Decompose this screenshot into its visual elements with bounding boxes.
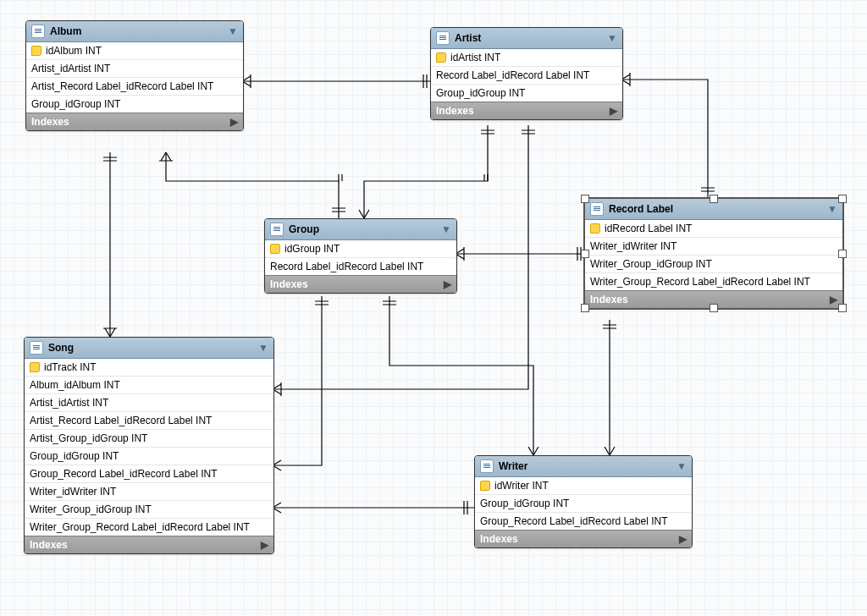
table-icon: [590, 202, 604, 216]
table-icon: [31, 25, 45, 38]
table-row[interactable]: idAlbum INT: [26, 42, 243, 60]
indexes-section[interactable]: Indexes ▶: [265, 275, 456, 293]
table-album[interactable]: Album ▼ idAlbum INTArtist_idArtist INTAr…: [25, 20, 244, 131]
table-row[interactable]: Artist_idArtist INT: [26, 60, 243, 78]
field-name: Writer_idWriter INT: [30, 486, 116, 498]
chevron-down-icon[interactable]: ▼: [441, 223, 451, 235]
table-fields: idWriter INTGroup_idGroup INTGroup_Recor…: [475, 477, 692, 530]
table-header[interactable]: Writer ▼: [475, 456, 692, 477]
table-title: Record Label: [609, 203, 673, 215]
field-name: Writer_Group_Record Label_idRecord Label…: [30, 521, 250, 533]
table-title: Artist: [455, 32, 481, 44]
table-row[interactable]: idTrack INT: [25, 359, 273, 377]
table-row[interactable]: Group_idGroup INT: [431, 85, 622, 102]
table-fields: idArtist INTRecord Label_idRecord Label …: [431, 49, 622, 102]
field-name: Writer_idWriter INT: [590, 240, 676, 252]
table-icon: [270, 223, 284, 236]
indexes-section[interactable]: Indexes ▶: [431, 102, 622, 119]
chevron-down-icon[interactable]: ▼: [827, 203, 837, 215]
field-name: idTrack INT: [44, 361, 97, 373]
table-row[interactable]: Artist_Record Label_idRecord Label INT: [25, 412, 273, 430]
table-row[interactable]: Artist_Record Label_idRecord Label INT: [26, 78, 243, 96]
field-name: Artist_Group_idGroup INT: [30, 432, 147, 444]
indexes-section[interactable]: Indexes ▶: [475, 530, 692, 547]
table-icon: [436, 31, 450, 45]
primary-key-icon: [30, 362, 40, 372]
table-row[interactable]: Record Label_idRecord Label INT: [431, 67, 622, 85]
table-title: Album: [50, 25, 81, 37]
primary-key-icon: [436, 52, 446, 63]
table-header[interactable]: Group ▼: [265, 219, 456, 240]
table-header[interactable]: Album ▼: [26, 21, 243, 42]
chevron-down-icon[interactable]: ▼: [258, 342, 268, 354]
resize-handle[interactable]: [838, 304, 847, 312]
table-row[interactable]: idRecord Label INT: [585, 220, 842, 238]
table-header[interactable]: Song ▼: [25, 338, 273, 359]
chevron-down-icon[interactable]: ▼: [607, 32, 617, 44]
chevron-down-icon[interactable]: ▼: [228, 25, 238, 37]
table-row[interactable]: idWriter INT: [475, 477, 692, 495]
resize-handle[interactable]: [838, 250, 847, 258]
table-row[interactable]: Artist_Group_idGroup INT: [25, 430, 273, 448]
table-row[interactable]: Group_idGroup INT: [25, 448, 273, 465]
table-group[interactable]: Group ▼ idGroup INTRecord Label_idRecord…: [264, 218, 457, 294]
field-name: idArtist INT: [450, 52, 500, 63]
table-title: Group: [289, 223, 319, 235]
resize-handle[interactable]: [581, 304, 589, 312]
table-icon: [480, 459, 494, 473]
indexes-section[interactable]: Indexes ▶: [26, 113, 243, 130]
resize-handle[interactable]: [581, 195, 589, 203]
chevron-down-icon[interactable]: ▼: [676, 460, 687, 472]
table-row[interactable]: Artist_idArtist INT: [25, 394, 273, 412]
resize-handle[interactable]: [838, 195, 847, 203]
table-row[interactable]: Writer_Group_idGroup INT: [585, 256, 842, 273]
primary-key-icon: [270, 244, 280, 254]
table-row[interactable]: Writer_Group_Record Label_idRecord Label…: [585, 273, 842, 290]
table-title: Writer: [499, 460, 527, 472]
table-row[interactable]: Writer_idWriter INT: [25, 483, 273, 501]
table-row[interactable]: Group_Record Label_idRecord Label INT: [25, 465, 273, 483]
table-fields: idRecord Label INTWriter_idWriter INTWri…: [585, 220, 842, 290]
field-name: Artist_Record Label_idRecord Label INT: [31, 80, 213, 92]
table-row[interactable]: Album_idAlbum INT: [25, 377, 273, 394]
table-song[interactable]: Song ▼ idTrack INTAlbum_idAlbum INTArtis…: [24, 337, 274, 554]
table-artist[interactable]: Artist ▼ idArtist INTRecord Label_idReco…: [430, 27, 623, 120]
field-name: Artist_idArtist INT: [30, 397, 108, 409]
field-name: Artist_idArtist INT: [31, 63, 110, 74]
field-name: Record Label_idRecord Label INT: [436, 69, 589, 81]
field-name: idGroup INT: [284, 243, 340, 255]
table-record-label[interactable]: Record Label ▼ idRecord Label INTWriter_…: [584, 198, 843, 309]
chevron-right-icon: ▶: [444, 278, 451, 290]
table-header[interactable]: Artist ▼: [431, 28, 622, 49]
table-row[interactable]: Writer_Group_Record Label_idRecord Label…: [25, 519, 273, 536]
table-row[interactable]: Writer_Group_idGroup INT: [25, 501, 273, 519]
table-title: Song: [48, 342, 74, 354]
table-row[interactable]: idGroup INT: [265, 240, 456, 258]
table-writer[interactable]: Writer ▼ idWriter INTGroup_idGroup INTGr…: [474, 455, 693, 548]
table-row[interactable]: idArtist INT: [431, 49, 622, 67]
chevron-right-icon: ▶: [261, 539, 268, 551]
table-fields: idTrack INTAlbum_idAlbum INTArtist_idArt…: [25, 359, 273, 536]
primary-key-icon: [31, 46, 41, 56]
primary-key-icon: [590, 223, 600, 234]
table-row[interactable]: Group_Record Label_idRecord Label INT: [475, 513, 692, 530]
field-name: Group_idGroup INT: [436, 87, 525, 99]
table-row[interactable]: Group_idGroup INT: [475, 495, 692, 513]
indexes-section[interactable]: Indexes ▶: [25, 536, 273, 553]
chevron-right-icon: ▶: [230, 116, 238, 128]
table-row[interactable]: Record Label_idRecord Label INT: [265, 258, 456, 275]
field-name: Artist_Record Label_idRecord Label INT: [30, 415, 212, 426]
resize-handle[interactable]: [581, 250, 589, 258]
field-name: Album_idAlbum INT: [30, 379, 120, 391]
field-name: Group_Record Label_idRecord Label INT: [30, 468, 217, 480]
field-name: Group_idGroup INT: [31, 98, 120, 110]
table-row[interactable]: Group_idGroup INT: [26, 96, 243, 113]
table-fields: idGroup INTRecord Label_idRecord Label I…: [265, 240, 456, 275]
resize-handle[interactable]: [710, 195, 718, 203]
resize-handle[interactable]: [710, 304, 718, 312]
field-name: Record Label_idRecord Label INT: [270, 261, 423, 272]
table-row[interactable]: Writer_idWriter INT: [585, 238, 842, 256]
field-name: Writer_Group_idGroup INT: [30, 503, 152, 515]
table-icon: [30, 341, 43, 355]
table-fields: idAlbum INTArtist_idArtist INTArtist_Rec…: [26, 42, 243, 113]
